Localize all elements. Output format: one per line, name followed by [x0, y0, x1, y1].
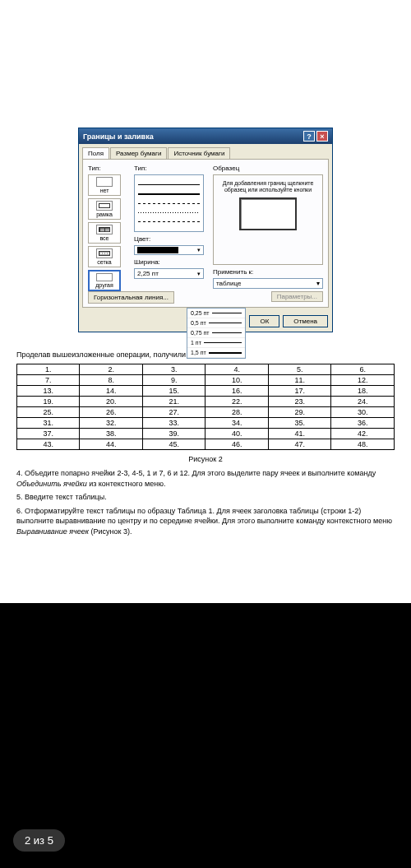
table-cell: 36.	[331, 418, 395, 429]
table-cell: 12.	[331, 375, 395, 386]
ok-button[interactable]: ОК	[249, 315, 279, 327]
page-indicator[interactable]: 2 из 5	[13, 829, 65, 852]
table-cell: 3.	[142, 364, 205, 375]
table-row: 1.2.3.4.5.6.	[17, 364, 395, 375]
table-cell: 43.	[17, 439, 80, 450]
apply-row: Применить к: таблице▾ Параметры...	[213, 268, 323, 289]
table-row: 7.8.9.10.11.12.	[17, 375, 395, 386]
horizontal-line-button[interactable]: Горизонтальная линия...	[88, 291, 174, 304]
table-cell: 22.	[206, 397, 268, 407]
width-dropdown-list[interactable]: 0,25 пт 0,5 пт 0,75 пт 1 пт 1,5 пт	[187, 308, 246, 359]
preview-label: Образец	[213, 165, 323, 172]
table-cell: 38.	[80, 429, 142, 439]
table-row: 31.32.33.34.35.36.	[17, 418, 395, 429]
type-none[interactable]: нет	[88, 174, 121, 196]
table-cell: 18.	[331, 386, 395, 397]
table-cell: 44.	[80, 439, 142, 450]
width-select[interactable]: 2,25 пт▾	[134, 268, 204, 279]
dialog-titlebar: Границы и заливка ? ×	[79, 128, 332, 144]
table-cell: 16.	[206, 386, 268, 397]
table-cell: 25.	[17, 407, 80, 418]
width-label: Ширина:	[134, 258, 208, 266]
color-select[interactable]: ▾	[134, 245, 204, 255]
table-cell: 28.	[206, 407, 268, 418]
help-button[interactable]: ?	[303, 131, 315, 142]
dialog-tabs: Поля Размер бумаги Источник бумаги	[79, 144, 332, 159]
color-label: Цвет:	[134, 235, 208, 243]
type-all[interactable]: все	[88, 222, 121, 244]
table-cell: 20.	[80, 397, 142, 407]
table-cell: 4.	[206, 364, 268, 375]
table-cell: 31.	[17, 418, 80, 429]
type-other[interactable]: другая	[88, 270, 121, 291]
result-table: 1.2.3.4.5.6.7.8.9.10.11.12.13.14.15.16.1…	[16, 364, 395, 450]
width-opt-025[interactable]: 0,25 пт	[187, 309, 245, 318]
table-cell: 13.	[17, 386, 80, 397]
apply-label: Применить к:	[213, 268, 323, 276]
table-cell: 37.	[17, 429, 80, 439]
figure2-caption: Рисунок 2	[16, 455, 395, 463]
borders-dialog: Границы и заливка ? × Поля Размер бумаги…	[78, 128, 333, 332]
step-4: 4. Объедите попарно ячейки 2-3, 4-5, 1 и…	[16, 468, 395, 489]
width-opt-075[interactable]: 0,75 пт	[187, 328, 245, 338]
table-cell: 6.	[331, 364, 395, 375]
table-row: 25.26.27.28.29.30.	[17, 407, 395, 418]
table-cell: 39.	[142, 429, 205, 439]
step-6: 6. Отформатируйте текст таблицы по образ…	[16, 506, 395, 537]
type-grid[interactable]: сетка	[88, 246, 121, 267]
style-label: Тип:	[134, 165, 208, 172]
tab-paper-size[interactable]: Размер бумаги	[110, 147, 167, 159]
table-cell: 10.	[206, 375, 268, 386]
cancel-button[interactable]: Отмена	[283, 315, 328, 327]
style-column: Тип: Цвет: ▾ Ширина: 2,25 пт▾	[134, 165, 208, 302]
dialog-title-text: Границы и заливка	[83, 132, 154, 141]
line-style-list[interactable]	[134, 174, 204, 232]
close-button[interactable]: ×	[316, 131, 328, 142]
table-row: 19.20.21.22.23.24.	[17, 397, 395, 407]
width-opt-15[interactable]: 1,5 пт	[187, 348, 245, 358]
table-cell: 1.	[17, 364, 80, 375]
table-cell: 40.	[206, 429, 268, 439]
table-cell: 21.	[142, 397, 205, 407]
table-cell: 45.	[142, 439, 205, 450]
type-column: Тип: нет рамка все сетка другая	[88, 165, 129, 302]
table-cell: 30.	[331, 407, 395, 418]
table-row: 43.44.45.46.47.48.	[17, 439, 395, 450]
table-cell: 34.	[206, 418, 268, 429]
preview-grid[interactable]	[239, 197, 297, 230]
table-cell: 48.	[331, 439, 395, 450]
table-cell: 8.	[80, 375, 142, 386]
table-row: 13.14.15.16.17.18.	[17, 386, 395, 397]
table-cell: 29.	[268, 407, 330, 418]
step-5: 5. Введите текст таблицы.	[16, 492, 395, 503]
titlebar-buttons: ? ×	[303, 131, 328, 142]
tab-fields[interactable]: Поля	[82, 147, 109, 159]
preview-column: Образец Для добавления границ щелкните о…	[213, 165, 323, 302]
tab-paper-source[interactable]: Источник бумаги	[168, 147, 230, 159]
table-cell: 24.	[331, 397, 395, 407]
table-cell: 2.	[80, 364, 142, 375]
table-cell: 41.	[268, 429, 330, 439]
table-cell: 14.	[80, 386, 142, 397]
table-cell: 9.	[142, 375, 205, 386]
table-cell: 15.	[142, 386, 205, 397]
width-opt-05[interactable]: 0,5 пт	[187, 318, 245, 328]
preview-box: Для добавления границ щелкните образец и…	[213, 174, 323, 265]
table-cell: 33.	[142, 418, 205, 429]
table-cell: 19.	[17, 397, 80, 407]
table-cell: 17.	[268, 386, 330, 397]
preview-hint: Для добавления границ щелкните образец и…	[219, 180, 317, 194]
type-label: Тип:	[88, 165, 129, 172]
table-cell: 11.	[268, 375, 330, 386]
width-opt-1[interactable]: 1 пт	[187, 338, 245, 348]
apply-select[interactable]: таблице▾	[213, 278, 323, 289]
table-cell: 47.	[268, 439, 330, 450]
table-cell: 46.	[206, 439, 268, 450]
table-cell: 27.	[142, 407, 205, 418]
document-page: Границы и заливка ? × Поля Размер бумаги…	[0, 0, 411, 603]
table-cell: 35.	[268, 418, 330, 429]
table-cell: 42.	[331, 429, 395, 439]
table-cell: 32.	[80, 418, 142, 429]
type-frame[interactable]: рамка	[88, 198, 121, 220]
table-cell: 5.	[268, 364, 330, 375]
